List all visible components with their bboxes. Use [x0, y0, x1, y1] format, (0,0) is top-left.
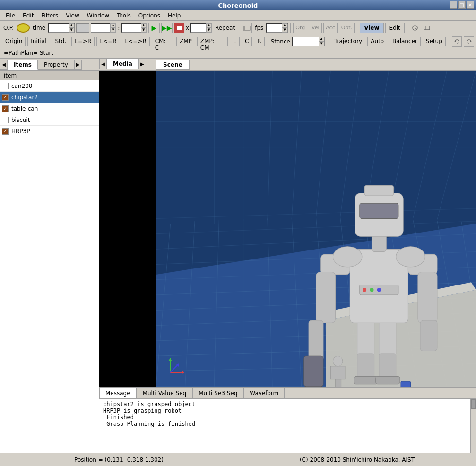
- center-tab-prev[interactable]: ◀: [99, 59, 107, 69]
- toolbar-sep1: [239, 23, 239, 33]
- frame-up[interactable]: ▲: [110, 23, 116, 28]
- time-up-arrow[interactable]: ▲: [69, 23, 74, 28]
- item-checkbox-biscuit[interactable]: [2, 117, 9, 123]
- balancer-button[interactable]: Balancer: [389, 37, 421, 46]
- menu-tools[interactable]: Tools: [113, 11, 135, 20]
- lr-eq-button[interactable]: L<=>R: [122, 37, 150, 46]
- edit-button[interactable]: Edit: [385, 23, 405, 33]
- icon-rotate2[interactable]: [464, 36, 474, 47]
- l-button[interactable]: L: [230, 37, 240, 46]
- total-input[interactable]: 30: [122, 23, 141, 33]
- menu-filters[interactable]: Filters: [37, 11, 62, 20]
- menu-view[interactable]: View: [62, 11, 83, 20]
- zmp-button[interactable]: ZMP: [176, 37, 195, 46]
- list-item[interactable]: ✓ chipstar2: [0, 92, 99, 103]
- auto-button[interactable]: Auto: [367, 37, 387, 46]
- frame-input[interactable]: 0: [91, 23, 110, 33]
- acc-button[interactable]: Acc: [323, 23, 337, 33]
- svg-rect-78: [360, 203, 398, 218]
- menu-window[interactable]: Window: [83, 11, 113, 20]
- time-bar[interactable]: [76, 23, 89, 33]
- item-name-can200: can200: [11, 83, 32, 89]
- origin-button[interactable]: Origin: [2, 37, 26, 46]
- item-checkbox-can200[interactable]: [2, 83, 9, 89]
- list-item[interactable]: ✓ HRP3P: [0, 126, 99, 137]
- initial-button[interactable]: Initial: [27, 37, 50, 46]
- tab-property[interactable]: Property: [38, 60, 74, 70]
- icon-tool1[interactable]: [410, 23, 420, 33]
- item-name-biscuit: biscuit: [11, 117, 30, 123]
- minimize-button[interactable]: ─: [450, 1, 457, 9]
- fps-up[interactable]: ▲: [282, 23, 287, 28]
- stop-button[interactable]: [174, 23, 184, 33]
- l-eq-r-button[interactable]: L=>R: [71, 37, 95, 46]
- message-area[interactable]: chipstar2 is grasped object HRP3P is gra…: [99, 399, 470, 453]
- std-button[interactable]: Std.: [52, 37, 70, 46]
- close-button[interactable]: ✕: [467, 1, 474, 9]
- opt-button[interactable]: Opt.: [339, 23, 355, 33]
- speed-up[interactable]: ▲: [206, 23, 212, 28]
- stance-up[interactable]: ▲: [319, 37, 324, 42]
- op-icon-btn[interactable]: [17, 23, 30, 33]
- maximize-button[interactable]: □: [458, 1, 466, 9]
- org-button[interactable]: Org: [293, 23, 307, 33]
- stance-down[interactable]: ▼: [319, 42, 324, 46]
- frame-down[interactable]: ▼: [110, 28, 116, 33]
- setup-button[interactable]: Setup: [423, 37, 446, 46]
- left-tabs: ◀ Items Property ▶: [0, 59, 99, 71]
- scrollbar-thumb[interactable]: [471, 399, 476, 409]
- tab-scene[interactable]: Scene: [156, 60, 190, 70]
- play-fast-button[interactable]: ▶▶: [161, 23, 173, 33]
- tab-multi-value-seq[interactable]: Multi Value Seq: [137, 388, 193, 398]
- menu-help[interactable]: Help: [164, 11, 184, 20]
- cm-c-button[interactable]: CM: C: [152, 37, 174, 46]
- time-input[interactable]: 0.00: [49, 23, 69, 33]
- list-item[interactable]: can200: [0, 80, 99, 92]
- total-down[interactable]: ▼: [141, 28, 147, 33]
- svg-rect-73: [309, 320, 323, 361]
- icon-tool2[interactable]: [422, 23, 432, 33]
- icon-rotate1[interactable]: [452, 36, 462, 47]
- play-button[interactable]: ▶: [148, 23, 160, 33]
- fps-input[interactable]: 50: [267, 25, 282, 31]
- r-button[interactable]: R: [254, 37, 264, 46]
- vel-button[interactable]: Vel: [309, 23, 322, 33]
- time-down-arrow[interactable]: ▼: [69, 28, 74, 33]
- tab-message[interactable]: Message: [99, 388, 137, 398]
- r-eq-l-button[interactable]: L<=R: [96, 37, 120, 46]
- menu-file[interactable]: File: [2, 11, 19, 20]
- speed-down[interactable]: ▼: [206, 28, 212, 33]
- svg-line-5: [415, 28, 416, 29]
- c-button[interactable]: C: [242, 37, 252, 46]
- left-tab-prev[interactable]: ◀: [0, 60, 8, 70]
- stance-input-wrapper: 0.1500 ▲ ▼: [292, 37, 325, 46]
- left-tab-next[interactable]: ▶: [74, 60, 82, 70]
- tab-items[interactable]: Items: [8, 60, 38, 70]
- tab-media[interactable]: Media: [107, 59, 138, 69]
- left-panel: ◀ Items Property ▶ item can200 ✓ chipsta…: [0, 59, 99, 453]
- item-checkbox-chipstar2[interactable]: ✓: [2, 94, 9, 101]
- svg-rect-82: [330, 366, 345, 379]
- list-item[interactable]: biscuit: [0, 114, 99, 126]
- menu-options[interactable]: Options: [135, 11, 164, 20]
- svg-rect-62: [376, 376, 400, 384]
- center-tab-next[interactable]: ▶: [138, 59, 146, 69]
- view-button[interactable]: View: [360, 23, 383, 33]
- fps-down[interactable]: ▼: [282, 28, 287, 33]
- total-up[interactable]: ▲: [141, 23, 147, 28]
- message-scrollbar[interactable]: [470, 399, 476, 453]
- item-checkbox-hrp3p[interactable]: ✓: [2, 128, 9, 135]
- zmp-cm-button[interactable]: ZMP: CM: [197, 37, 228, 46]
- item-checkbox-tablecan[interactable]: ✓: [2, 105, 9, 112]
- time-label: time: [31, 25, 47, 31]
- stance-input[interactable]: 0.1500: [293, 38, 319, 45]
- tab-multi-se3-seq[interactable]: Multi Se3 Seq: [192, 388, 243, 398]
- tab-waveform[interactable]: Waveform: [243, 388, 285, 398]
- speed-input[interactable]: 1.0: [191, 25, 206, 31]
- top-panels: ◀ Media ▶ Scene: [99, 59, 476, 387]
- trajectory-button[interactable]: Trajectory: [331, 37, 365, 46]
- menu-edit[interactable]: Edit: [19, 11, 37, 20]
- list-item[interactable]: ✓ table-can: [0, 103, 99, 114]
- scene-viewport[interactable]: [156, 71, 476, 387]
- statusbar: Position = (0.131 -0.318 1.302) (C) 2008…: [0, 453, 476, 466]
